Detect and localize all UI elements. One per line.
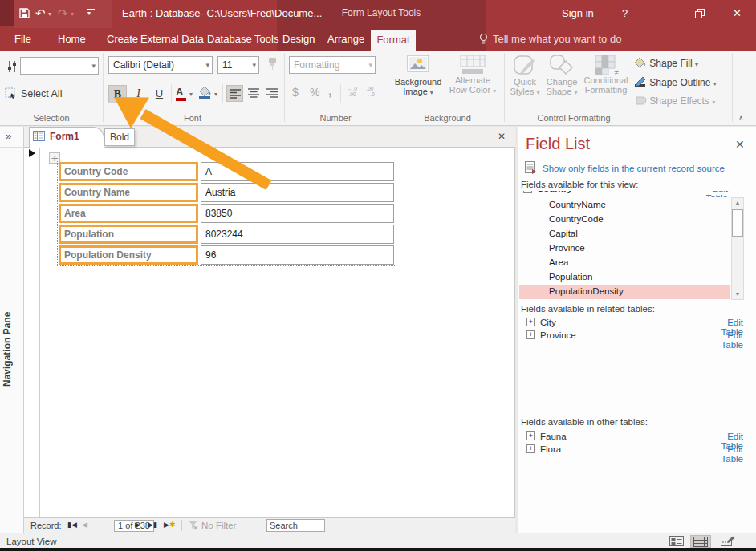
expand-city-icon[interactable]: +	[526, 318, 535, 326]
last-record-button[interactable]: ▶▮	[148, 521, 157, 529]
related-table-province[interactable]: Province	[540, 330, 576, 340]
design-view-button[interactable]	[717, 535, 738, 548]
property-sheet-icon[interactable]	[6, 60, 18, 73]
expand-flora-icon[interactable]: +	[526, 444, 535, 453]
conditional-formatting-icon: ≠	[595, 55, 617, 75]
scroll-up-icon[interactable]: ▲	[732, 198, 743, 208]
font-name-combo[interactable]: Calibri (Detail)▾	[108, 56, 213, 74]
italic-button[interactable]: I	[129, 85, 148, 103]
context-title: Form Layout Tools	[277, 7, 486, 18]
app-corner	[0, 0, 14, 26]
field-list-scrollbar[interactable]: ▲ ▼	[731, 197, 744, 300]
navigation-pane-label[interactable]: Navigation Pane	[2, 281, 22, 417]
undo-dropdown-icon[interactable]: ▾	[48, 10, 51, 18]
tab-database-tools[interactable]: Database Tools	[207, 33, 278, 45]
undo-icon[interactable]: ↶	[35, 6, 46, 21]
change-shape-button: Change Shape ▾	[544, 55, 579, 98]
expand-nav-pane-icon[interactable]: »	[6, 130, 11, 142]
show-only-fields-link[interactable]: Show only fields in the current record s…	[543, 164, 725, 173]
align-center-button[interactable]	[245, 85, 262, 102]
bold-tooltip: Bold	[104, 128, 135, 146]
selection-combo[interactable]: ▾	[20, 57, 99, 75]
quick-styles-icon	[513, 55, 537, 77]
field-value-area[interactable]: 83850	[201, 204, 394, 223]
fill-color-dropdown-icon[interactable]: ▾	[214, 91, 217, 98]
field-list-close-icon[interactable]: ✕	[735, 138, 745, 151]
form-view-button[interactable]	[666, 535, 687, 548]
related-table-city[interactable]: City	[540, 318, 556, 327]
tab-arrange[interactable]: Arrange	[327, 33, 364, 45]
first-record-button[interactable]: ▮◀	[67, 521, 77, 529]
navigation-pane-header[interactable]	[0, 127, 24, 148]
field-label-population[interactable]: Population	[59, 225, 198, 244]
shape-fill-button[interactable]: Shape Fill ▾	[634, 57, 698, 69]
sign-in-button[interactable]: Sign in	[562, 7, 594, 19]
form1-tab-label[interactable]: Form1	[50, 131, 79, 142]
field-item-countrycode[interactable]: CountryCode	[519, 213, 730, 227]
field-item-province[interactable]: Province	[519, 241, 730, 256]
expand-fauna-icon[interactable]: +	[526, 431, 535, 440]
tell-me-box[interactable]: Tell me what you want to do	[493, 33, 621, 45]
field-item-population[interactable]: Population	[519, 270, 730, 285]
bottom-edge	[0, 548, 756, 551]
field-item-capital[interactable]: Capital	[519, 227, 730, 241]
font-color-dropdown-icon[interactable]: ▾	[189, 91, 193, 98]
expand-province-icon[interactable]: +	[526, 330, 535, 339]
font-color-button[interactable]: A	[176, 86, 186, 101]
help-icon[interactable]: ?	[622, 7, 628, 19]
search-input[interactable]	[266, 519, 325, 532]
minimize-icon[interactable]	[658, 14, 667, 14]
other-table-fauna[interactable]: Fauna	[540, 431, 567, 441]
layout-view-button[interactable]	[690, 535, 711, 548]
field-label-country-name[interactable]: Country Name	[59, 183, 198, 202]
shape-outline-button[interactable]: Shape Outline ▾	[634, 76, 717, 88]
field-value-population-density[interactable]: 96	[201, 245, 394, 265]
filter-icon	[188, 520, 199, 530]
fields-related-header: Fields available in related tables:	[521, 304, 655, 314]
edit-table-flora-link[interactable]: Edit Table	[703, 444, 743, 464]
select-all-icon[interactable]	[5, 87, 18, 100]
edit-table-province-link[interactable]: Edit Table	[703, 330, 743, 350]
record-navigation-bar: Record: ▮◀ ◀ 1 of 238 ▶ ▶▮ ▶✱ No Filter	[24, 517, 515, 533]
tab-file[interactable]: File	[14, 33, 31, 45]
underline-button[interactable]: U	[150, 85, 169, 103]
qat-customize-arrow[interactable]: ▾	[87, 10, 91, 17]
form-icon	[33, 131, 45, 141]
background-image-button[interactable]: Background Image ▾	[393, 55, 443, 98]
new-record-button[interactable]: ▶✱	[164, 521, 175, 529]
next-record-button[interactable]: ▶	[135, 521, 140, 529]
field-label-area[interactable]: Area	[59, 204, 198, 223]
tab-create[interactable]: Create	[107, 33, 138, 45]
collapse-ribbon-icon[interactable]: ∧	[738, 114, 744, 122]
field-value-population[interactable]: 8023244	[201, 225, 394, 244]
bold-button[interactable]: B	[108, 85, 127, 103]
tab-design[interactable]: Design	[282, 33, 315, 45]
field-value-country-name[interactable]: Austria	[201, 183, 394, 202]
currency-button: $	[292, 86, 299, 99]
fields-view-header: Fields available for this view:	[521, 180, 638, 189]
close-icon[interactable]: ✕	[733, 7, 742, 19]
field-item-countryname[interactable]: CountryName	[519, 198, 730, 213]
tab-home[interactable]: Home	[58, 33, 86, 45]
field-label-country-code[interactable]: Country Code	[59, 162, 198, 181]
other-table-flora[interactable]: Flora	[540, 444, 561, 454]
field-value-country-code[interactable]: A	[201, 162, 394, 181]
scrollbar-thumb[interactable]	[732, 209, 743, 237]
background-group-label: Background	[401, 113, 494, 123]
record-label: Record:	[30, 521, 62, 530]
document-close-icon[interactable]: ✕	[498, 131, 506, 142]
restore-icon[interactable]	[695, 9, 705, 19]
fill-color-icon[interactable]	[198, 85, 213, 99]
align-left-button[interactable]	[226, 85, 243, 102]
field-item-populationdensity[interactable]: PopulationDensity	[519, 285, 730, 299]
save-icon[interactable]	[18, 7, 30, 19]
scroll-down-icon[interactable]: ▼	[732, 290, 743, 299]
field-item-area[interactable]: Area	[519, 256, 730, 270]
font-size-combo[interactable]: 11▾	[217, 56, 259, 74]
align-right-button[interactable]	[263, 85, 280, 102]
tab-format[interactable]: Format	[371, 30, 416, 51]
select-all-button[interactable]: Select All	[21, 88, 62, 99]
field-label-population-density[interactable]: Population Density	[59, 245, 198, 265]
status-bar: Layout View	[0, 533, 756, 549]
tab-external-data[interactable]: External Data	[140, 33, 204, 45]
